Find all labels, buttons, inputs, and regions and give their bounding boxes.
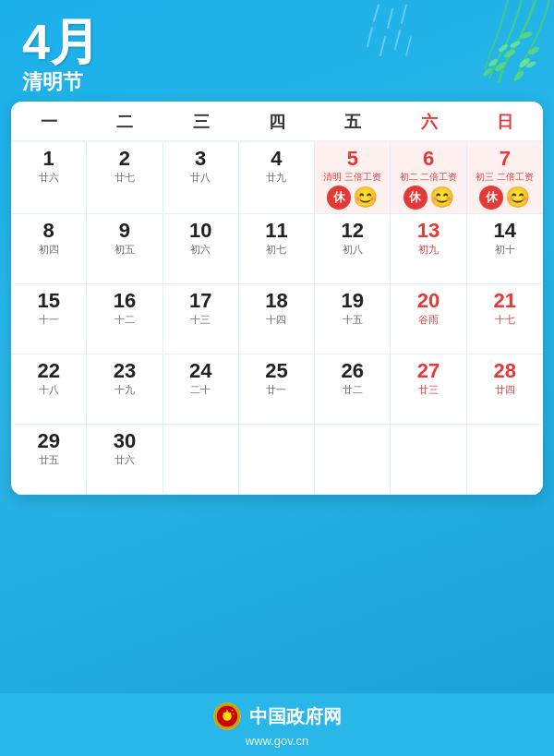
calendar-cell: 1廿六: [11, 142, 87, 214]
calendar-cell: 22十八: [11, 354, 87, 425]
day-number: 3: [195, 148, 206, 170]
lunar-text: 廿三: [418, 383, 439, 397]
footer-url: www.gov.cn: [246, 734, 308, 748]
calendar-cell: [391, 425, 466, 495]
lunar-text: 十九: [114, 383, 135, 397]
weekday-thu: 四: [239, 102, 315, 140]
day-number: 4: [271, 148, 282, 170]
lunar-text: 廿四: [495, 383, 515, 397]
lunar-text: 初六: [190, 243, 211, 257]
day-number: 25: [265, 360, 287, 382]
calendar-cell: 15十一: [11, 284, 87, 354]
holiday-label: 初二 二倍工资: [400, 171, 458, 183]
lunar-text: 初四: [39, 243, 59, 257]
calendar-cell: 11初七: [239, 214, 315, 284]
calendar-cell: 26廿二: [315, 354, 391, 425]
footer-site-name: 中国政府网: [249, 704, 342, 729]
day-number: 8: [43, 220, 54, 242]
lunar-text: 初八: [343, 243, 363, 257]
day-number: 13: [417, 220, 440, 242]
lunar-text: 初七: [266, 243, 286, 257]
calendar-container: 一 二 三 四 五 六 日 1廿六2廿七3廿八4廿九5清明 三倍工资休😊6初二 …: [11, 102, 543, 495]
day-number: 26: [342, 360, 364, 382]
day-number: 7: [500, 148, 511, 170]
footer: 中国政府网 www.gov.cn: [0, 693, 554, 756]
lunar-text: 十二: [114, 313, 135, 327]
lunar-text: 谷雨: [418, 313, 439, 327]
calendar-cell: 21十七: [467, 284, 543, 354]
page-wrapper: 4月 清明节 一 二 三 四 五 六 日 1廿六2廿七3廿八4廿九5清明 三倍工…: [0, 0, 554, 756]
lunar-text: 廿一: [266, 383, 286, 397]
day-number: 24: [189, 360, 211, 382]
lunar-text: 初十: [495, 243, 515, 257]
calendar-cell: 8初四: [11, 214, 87, 284]
smile-icon: 😊: [429, 187, 454, 208]
footer-gov-row: 中国政府网: [212, 702, 342, 731]
day-number: 27: [417, 360, 440, 382]
day-number: 14: [494, 220, 516, 242]
day-number: 17: [189, 290, 211, 312]
calendar-cell: 25廿一: [239, 354, 315, 425]
weekday-sat: 六: [391, 102, 466, 140]
header: 4月 清明节: [0, 0, 554, 102]
weekday-wed: 三: [163, 102, 239, 140]
day-number: 28: [494, 360, 516, 382]
badge-row: 休😊: [403, 186, 454, 210]
rest-badge: 休: [327, 186, 351, 210]
day-number: 23: [114, 360, 136, 382]
day-number: 15: [37, 290, 59, 312]
calendar-cell: 17十三: [163, 284, 239, 354]
festival-title: 清明节: [22, 68, 532, 96]
calendar-cell: 19十五: [315, 284, 391, 354]
lunar-text: 廿六: [39, 171, 59, 185]
lunar-text: 初九: [418, 243, 439, 257]
lunar-text: 廿八: [190, 171, 211, 185]
calendar-cell: [163, 425, 239, 495]
calendar-cell: 16十二: [87, 284, 163, 354]
day-number: 10: [189, 220, 211, 242]
holiday-label: 初三 二倍工资: [476, 171, 534, 183]
calendar-cell: 5清明 三倍工资休😊: [315, 142, 391, 214]
day-number: 2: [119, 148, 130, 170]
lunar-text: 廿九: [266, 171, 286, 185]
weekday-mon: 一: [11, 102, 87, 140]
weekday-sun: 日: [467, 102, 543, 140]
calendar-cell: 29廿五: [11, 425, 87, 495]
calendar-cell: [467, 425, 543, 495]
calendar-grid: 1廿六2廿七3廿八4廿九5清明 三倍工资休😊6初二 二倍工资休😊7初三 二倍工资…: [11, 142, 543, 495]
calendar-cell: 20谷雨: [391, 284, 466, 354]
calendar-cell: 27廿三: [391, 354, 466, 425]
lunar-text: 十八: [39, 383, 59, 397]
national-emblem-icon: [212, 702, 242, 731]
day-number: 30: [114, 430, 136, 452]
calendar-cell: [239, 425, 315, 495]
holiday-label: 清明 三倍工资: [323, 171, 381, 183]
badge-row: 休😊: [479, 186, 530, 210]
day-number: 5: [347, 148, 358, 170]
badge-row: 休😊: [327, 186, 378, 210]
lunar-text: 廿七: [114, 171, 135, 185]
lunar-text: 廿六: [114, 453, 135, 467]
day-number: 9: [119, 220, 130, 242]
calendar-cell: 3廿八: [163, 142, 239, 214]
weekday-tue: 二: [87, 102, 163, 140]
weekday-fri: 五: [315, 102, 391, 140]
calendar-cell: 2廿七: [87, 142, 163, 214]
calendar-cell: 10初六: [163, 214, 239, 284]
day-number: 6: [423, 148, 434, 170]
rest-badge: 休: [403, 186, 428, 210]
day-number: 20: [417, 290, 440, 312]
day-number: 29: [37, 430, 59, 452]
day-number: 16: [114, 290, 136, 312]
calendar-cell: 12初八: [315, 214, 391, 284]
lunar-text: 十三: [190, 313, 211, 327]
calendar-cell: 6初二 二倍工资休😊: [391, 142, 466, 214]
lunar-text: 十七: [495, 313, 515, 327]
smile-icon: 😊: [505, 187, 530, 208]
lunar-text: 廿二: [343, 383, 363, 397]
calendar-cell: 18十四: [239, 284, 315, 354]
calendar-header: 一 二 三 四 五 六 日: [11, 102, 543, 142]
day-number: 1: [43, 148, 54, 170]
day-number: 22: [37, 360, 59, 382]
lunar-text: 十一: [39, 313, 59, 327]
